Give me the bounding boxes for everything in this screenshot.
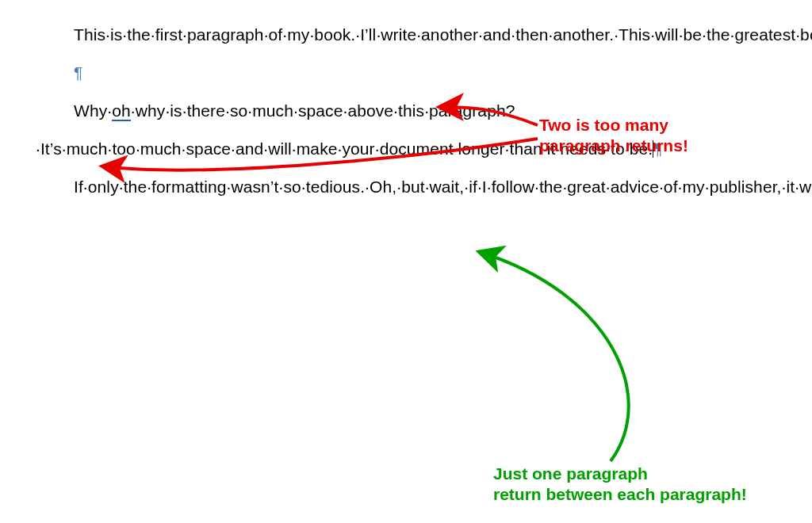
document-body: This·is·the·first·paragraph·of·my·book.·… bbox=[36, 16, 776, 206]
annotation-red-line2: paragraph returns! bbox=[539, 136, 688, 155]
blank-paragraph: ¶ bbox=[36, 54, 776, 92]
grammar-squiggle: oh bbox=[112, 101, 131, 121]
paragraph-3: If·only·the·formatting·wasn’t·so·tedious… bbox=[36, 168, 776, 206]
paragraph-1: This·is·the·first·paragraph·of·my·book.·… bbox=[36, 16, 776, 54]
pilcrow-icon: ¶ bbox=[74, 63, 82, 82]
paragraph-2-text-a: Why· bbox=[74, 101, 112, 120]
annotation-green-line2: return between each paragraph! bbox=[493, 485, 747, 503]
paragraph-1-text: This·is·the·first·paragraph·of·my·book.·… bbox=[74, 25, 812, 44]
annotation-red-line1: Two is too many bbox=[539, 116, 668, 134]
annotation-green: Just one paragraph return between each p… bbox=[493, 464, 747, 505]
annotation-red: Two is too many paragraph returns! bbox=[539, 115, 688, 156]
document-page: This·is·the·first·paragraph·of·my·book.·… bbox=[0, 0, 812, 523]
annotation-green-line1: Just one paragraph bbox=[493, 464, 648, 483]
paragraph-3-text: If·only·the·formatting·wasn’t·so·tedious… bbox=[74, 178, 812, 196]
